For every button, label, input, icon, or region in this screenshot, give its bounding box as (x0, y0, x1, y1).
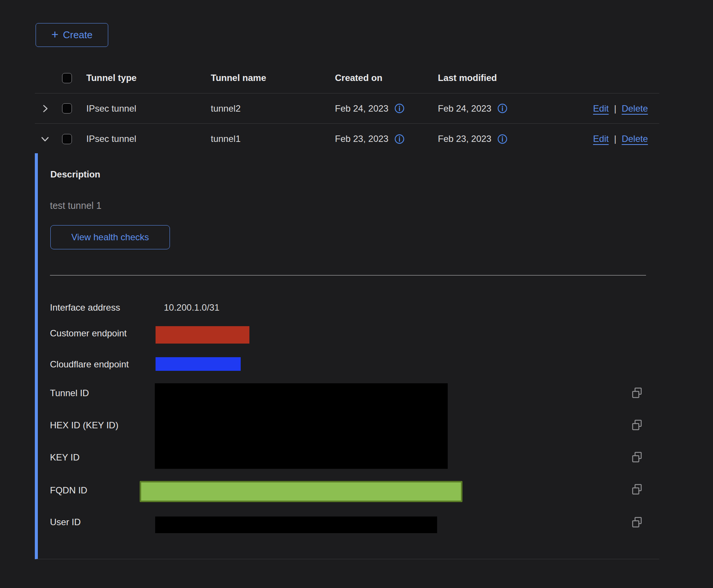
section-divider (50, 275, 646, 275)
header-tunnel-type: Tunnel type (86, 73, 211, 83)
tunnel-name-cell: tunnel1 (211, 134, 335, 144)
copy-icon[interactable] (631, 484, 643, 495)
customer-endpoint-label: Customer endpoint (50, 328, 127, 339)
last-modified-date: Feb 23, 2023 (438, 134, 491, 144)
action-separator: | (614, 103, 616, 114)
action-separator: | (614, 134, 616, 144)
cloudflare-endpoint-label: Cloudflare endpoint (50, 359, 129, 370)
created-on-cell: Feb 23, 2023 (335, 134, 438, 144)
tunnels-table: Tunnel type Tunnel name Created on Last … (35, 63, 659, 154)
last-modified-date: Feb 24, 2023 (438, 103, 491, 114)
last-modified-cell: Feb 23, 2023 Edit | Delete (438, 134, 659, 144)
tunnel-detail-panel: Description test tunnel 1 View health ch… (35, 153, 659, 559)
table-header-row: Tunnel type Tunnel name Created on Last … (35, 63, 659, 93)
edit-link[interactable]: Edit (593, 134, 609, 144)
select-all-checkbox[interactable] (62, 73, 72, 83)
tunnel-type-cell: IPsec tunnel (86, 134, 211, 144)
tunnel-name-cell: tunnel2 (211, 103, 335, 114)
tunnel-id-label: Tunnel ID (50, 388, 89, 398)
ids-redaction (155, 383, 448, 469)
view-health-checks-button[interactable]: View health checks (50, 225, 170, 249)
plus-icon: + (51, 28, 59, 40)
table-row-expanded: IPsec tunnel tunnel1 Feb 23, 2023 Feb 23… (35, 124, 659, 154)
created-on-date: Feb 24, 2023 (335, 103, 388, 114)
chevron-right-icon[interactable] (40, 103, 50, 114)
fqdn-id-label: FQDN ID (50, 485, 87, 496)
row-checkbox[interactable] (62, 134, 72, 144)
description-label: Description (50, 169, 100, 180)
key-id-label: KEY ID (50, 452, 79, 463)
description-value: test tunnel 1 (50, 200, 101, 211)
hex-id-label: HEX ID (KEY ID) (50, 420, 118, 431)
tunnels-page: + Create Tunnel type Tunnel name Created… (0, 0, 713, 588)
delete-link[interactable]: Delete (622, 103, 648, 114)
customer-endpoint-redaction (156, 326, 249, 344)
info-icon[interactable] (394, 134, 405, 144)
create-button-label: Create (63, 29, 92, 41)
created-on-cell: Feb 24, 2023 (335, 103, 438, 114)
created-on-date: Feb 23, 2023 (335, 134, 388, 144)
user-id-redaction (155, 516, 437, 533)
row-actions: Edit | Delete (593, 93, 648, 123)
header-created-on: Created on (335, 73, 438, 83)
fqdn-id-redaction (140, 481, 462, 502)
interface-address-value: 10.200.1.0/31 (164, 302, 220, 313)
row-actions: Edit | Delete (593, 124, 648, 154)
row-checkbox[interactable] (62, 103, 72, 114)
copy-icon[interactable] (631, 419, 643, 431)
info-icon[interactable] (497, 134, 508, 144)
header-tunnel-name: Tunnel name (211, 73, 335, 83)
info-icon[interactable] (497, 103, 508, 114)
delete-link[interactable]: Delete (622, 134, 648, 144)
interface-address-label: Interface address (50, 302, 120, 313)
info-icon[interactable] (394, 103, 405, 114)
user-id-label: User ID (50, 517, 81, 527)
chevron-down-icon[interactable] (40, 134, 50, 144)
cloudflare-endpoint-redaction (156, 357, 241, 371)
edit-link[interactable]: Edit (593, 103, 609, 114)
header-checkbox-cell (59, 73, 86, 83)
copy-icon[interactable] (631, 516, 643, 528)
copy-icon[interactable] (631, 451, 643, 463)
header-last-modified: Last modified (438, 73, 659, 83)
copy-icon[interactable] (631, 387, 643, 398)
tunnel-type-cell: IPsec tunnel (86, 103, 211, 114)
table-row: IPsec tunnel tunnel2 Feb 24, 2023 Feb 24… (35, 93, 659, 124)
last-modified-cell: Feb 24, 2023 Edit | Delete (438, 103, 659, 114)
create-button[interactable]: + Create (36, 23, 108, 47)
